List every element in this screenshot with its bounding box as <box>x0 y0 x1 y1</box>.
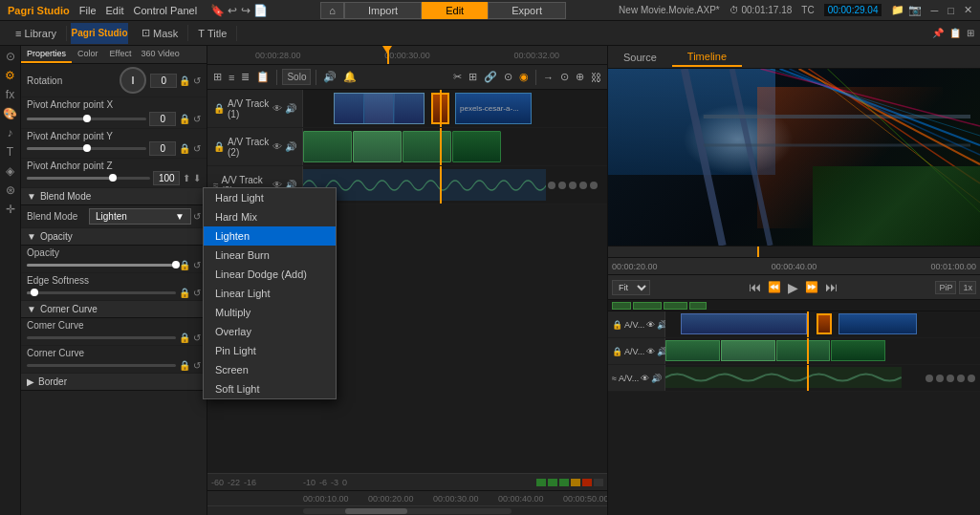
svg-line-8 <box>790 69 980 155</box>
dropdown-item-lineardodge[interactable]: Linear Dodge (Add) <box>204 265 336 284</box>
svg-line-7 <box>780 69 980 145</box>
track-2-audio[interactable]: 🔊 <box>285 141 296 152</box>
time-center: 00:00:40.00 <box>772 262 817 271</box>
track-1-eye[interactable]: 👁 <box>272 103 282 114</box>
track-r2-eye[interactable]: 👁 <box>646 347 655 356</box>
pivot-z-value: 100 <box>153 171 180 185</box>
dropdown-item-hardmix[interactable]: Hard Mix <box>204 207 336 226</box>
ctrl-skip-end[interactable]: ⏭ <box>823 280 839 294</box>
track-r3-eye[interactable]: 👁 <box>641 374 649 383</box>
opacity-section-header[interactable]: ▼Opacity <box>21 228 207 246</box>
svg-line-0 <box>685 69 723 246</box>
menu-file[interactable]: File <box>79 5 97 16</box>
props-tab-effect[interactable]: Effect <box>104 46 138 63</box>
dropdown-item-screen[interactable]: Screen <box>204 360 336 379</box>
nav-import-button[interactable]: Import <box>344 2 422 19</box>
tb-icon-3[interactable]: ≣ <box>239 69 251 85</box>
sidebar-icon-color[interactable]: 🎨 <box>3 107 17 120</box>
fit-select[interactable]: Fit <box>612 280 650 295</box>
blend-mode-section-header[interactable]: ▼Blend Mode <box>21 188 207 205</box>
pivot-y-label: Pivot Anchor point Y <box>27 131 201 141</box>
tb-icon-6[interactable]: 🔔 <box>341 69 359 85</box>
ctrl-skip-start[interactable]: ⏮ <box>747 280 763 294</box>
tb-icon-12[interactable]: → <box>541 70 555 85</box>
blend-dropdown-menu[interactable]: Hard Light Hard Mix Lighten Linear Burn … <box>203 187 337 399</box>
bt-ruler-2: 00:00:30.00 <box>433 494 498 504</box>
dropdown-item-pinlight[interactable]: Pin Light <box>204 341 336 360</box>
blend-mode-select[interactable]: Lighten ▼ <box>89 208 191 225</box>
dropdown-item-overlay[interactable]: Overlay <box>204 322 336 341</box>
sidebar-icon-text[interactable]: T <box>7 145 13 159</box>
tb-icon-15[interactable]: ⛓ <box>589 70 603 85</box>
tb-icon-14[interactable]: ⊕ <box>574 69 586 85</box>
props-tab-360[interactable]: 360 Video <box>137 46 183 63</box>
ruler-mark-1: 00:00:28.00 <box>255 51 301 60</box>
menu-control-panel[interactable]: Control Panel <box>133 5 197 16</box>
track-1-label: 🔒 A/V Track (1) 👁 🔊 <box>207 90 303 127</box>
menu-edit[interactable]: Edit <box>106 5 124 16</box>
ctrl-play[interactable]: ▶ <box>786 280 800 295</box>
tab-library[interactable]: ≡Library <box>6 26 67 41</box>
dropdown-item-softlight[interactable]: Soft Light <box>204 379 336 398</box>
tab-source[interactable]: Source <box>608 49 672 66</box>
tab-timeline[interactable]: Timeline <box>672 48 742 67</box>
vol-label-7: 0 <box>342 478 347 487</box>
tb-icon-11[interactable]: ◉ <box>517 69 531 85</box>
ruler-mark-3: 00:00:32.00 <box>514 51 560 60</box>
win-close[interactable]: ✕ <box>964 4 972 16</box>
bt-ruler-3: 00:00:40.00 <box>498 494 563 504</box>
win-minimize[interactable]: ─ <box>931 5 939 16</box>
tb-icon-8[interactable]: ⊞ <box>467 69 479 85</box>
corner-curve-section-header[interactable]: ▼Corner Curve <box>21 301 207 318</box>
track-1-audio[interactable]: 🔊 <box>285 103 296 114</box>
props-tab-properties[interactable]: Properties <box>21 46 72 63</box>
sidebar-icon-360[interactable]: ⊛ <box>6 183 15 197</box>
dropdown-item-lighten[interactable]: Lighten <box>204 226 336 246</box>
tb-icon-1[interactable]: ⊞ <box>211 69 224 85</box>
tc-label: TC <box>801 5 814 15</box>
rotation-value: 0 <box>150 74 177 88</box>
grid-icon: ⊞ <box>967 28 974 38</box>
logo-area: Pagri Studio <box>72 28 128 38</box>
props-tab-color[interactable]: Color <box>72 46 104 63</box>
tb-icon-2[interactable]: ≡ <box>227 70 236 85</box>
pip-button[interactable]: PiP <box>935 281 956 294</box>
dropdown-item-linearburn[interactable]: Linear Burn <box>204 246 336 265</box>
speed-indicator: 1x <box>959 281 976 294</box>
track-r3-spk[interactable]: 🔊 <box>651 374 662 383</box>
tb-solo[interactable]: Solo <box>282 69 311 85</box>
copy-icon: 📋 <box>949 28 961 38</box>
ctrl-next-frame[interactable]: ⏩ <box>803 281 820 293</box>
track-r1-eye[interactable]: 👁 <box>646 320 655 330</box>
tab-mask[interactable]: ⊡Mask <box>132 25 188 41</box>
sidebar-icon-fx[interactable]: fx <box>6 88 14 101</box>
sidebar-icon-home[interactable]: ⊙ <box>6 50 15 63</box>
tb-icon-5[interactable]: 🔊 <box>321 69 338 85</box>
nav-edit-button[interactable]: Edit <box>422 2 488 19</box>
timecode-display: ⏱ 00:01:17.18 <box>730 5 793 15</box>
dropdown-item-multiply[interactable]: Multiply <box>204 303 336 322</box>
svg-line-1 <box>732 69 771 246</box>
sidebar-icon-settings[interactable]: ⚙ <box>5 69 15 82</box>
win-maximize[interactable]: □ <box>947 5 954 16</box>
tb-icon-10[interactable]: ⊙ <box>502 69 514 85</box>
nav-export-button[interactable]: Export <box>488 2 566 19</box>
ctrl-prev-frame[interactable]: ⏪ <box>766 281 783 293</box>
blend-mode-label: Blend Mode <box>27 211 89 222</box>
nav-home-button[interactable]: ⌂ <box>320 2 344 19</box>
border-section-header[interactable]: ▶Border <box>21 374 207 391</box>
tab-title[interactable]: TTitle <box>188 26 237 41</box>
time-left: 00:00:20.00 <box>612 262 658 271</box>
tb-icon-7[interactable]: ✂ <box>451 69 464 85</box>
sidebar-icon-audio[interactable]: ♪ <box>8 126 13 139</box>
dropdown-item-hardlight[interactable]: Hard Light <box>204 188 336 207</box>
tb-icon-13[interactable]: ⊙ <box>558 69 571 85</box>
pivot-x-label: Pivot Anchor point X <box>27 99 201 110</box>
tb-icon-4[interactable]: 📋 <box>254 69 272 85</box>
sidebar-icon-mask[interactable]: ◈ <box>6 164 14 178</box>
track-2-eye[interactable]: 👁 <box>272 141 282 152</box>
sidebar-icon-pan[interactable]: ✛ <box>6 203 15 216</box>
dropdown-item-linearlight[interactable]: Linear Light <box>204 284 336 303</box>
tb-icon-9[interactable]: 🔗 <box>482 69 499 85</box>
vol-label-1: -60 <box>211 478 224 487</box>
